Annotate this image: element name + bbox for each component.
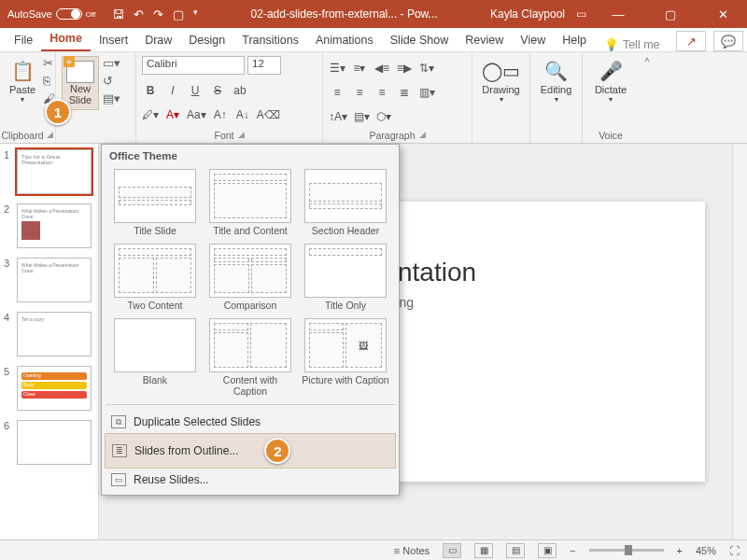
ribbon-options-icon[interactable]: ▭ — [576, 7, 586, 21]
tab-review[interactable]: Review — [457, 30, 512, 51]
tab-design[interactable]: Design — [180, 30, 233, 51]
status-bar: ≡ Notes ▭ ▦ ▤ ▣ − + 45% ⛶ — [0, 539, 747, 560]
layout-comparison[interactable]: Comparison — [204, 242, 296, 313]
thumbnail-6[interactable]: 6 — [4, 420, 94, 465]
redo-icon[interactable]: ↷ — [153, 7, 163, 21]
layout-picture-with-caption[interactable]: 🖼Picture with Caption — [300, 316, 391, 399]
close-button[interactable]: ✕ — [702, 0, 743, 28]
tab-slideshow[interactable]: Slide Show — [382, 30, 458, 51]
tell-me-search[interactable]: 💡 Tell me — [595, 37, 669, 51]
align-left-button[interactable]: ≡ — [329, 84, 345, 101]
share-button[interactable]: ↗ — [676, 31, 706, 51]
indent-decrease-button[interactable]: ◀≡ — [374, 60, 390, 77]
cut-icon[interactable]: ✂ — [43, 56, 55, 70]
layout-icon[interactable]: ▭▾ — [103, 56, 120, 70]
undo-icon[interactable]: ↶ — [134, 7, 144, 21]
layout-blank[interactable]: Blank — [109, 316, 201, 399]
reading-view-button[interactable]: ▤ — [506, 543, 525, 558]
reuse-icon: ▭ — [111, 473, 126, 486]
notes-button[interactable]: ≡ Notes — [394, 545, 430, 556]
save-icon[interactable]: 🖫 — [112, 7, 124, 21]
menu-reuse-slides[interactable]: ▭ Reuse Slides... — [102, 469, 399, 491]
thumbnail-1[interactable]: 1 Tips for a Great Presentation — [4, 149, 94, 194]
reset-icon[interactable]: ↺ — [103, 74, 120, 88]
thumbnail-3[interactable]: 3 What Makes a Presentation Great — [4, 258, 94, 302]
tab-help[interactable]: Help — [554, 30, 595, 51]
dictate-button[interactable]: 🎤 Dictate ▾ — [588, 56, 633, 105]
editing-button[interactable]: 🔍 Editing ▾ — [536, 56, 576, 105]
thumbnail-5[interactable]: 5 Opening Body Close — [4, 366, 94, 411]
font-name-select[interactable]: Calibri — [142, 56, 245, 75]
layout-title-and-content[interactable]: Title and Content — [204, 167, 296, 238]
user-name[interactable]: Kayla Claypool — [490, 7, 565, 21]
italic-button[interactable]: I — [164, 82, 181, 99]
align-text-button[interactable]: ▤▾ — [353, 108, 370, 125]
tab-animations[interactable]: Animations — [307, 30, 382, 51]
tab-transitions[interactable]: Transitions — [233, 30, 307, 51]
tab-home[interactable]: Home — [41, 28, 91, 51]
align-right-button[interactable]: ≡ — [374, 84, 390, 101]
slideshow-view-button[interactable]: ▣ — [538, 543, 557, 558]
text-direction-button[interactable]: ↕A▾ — [329, 108, 347, 125]
change-case-button[interactable]: Aa▾ — [187, 106, 206, 123]
normal-view-button[interactable]: ▭ — [443, 543, 461, 558]
paste-button[interactable]: 📋 Paste ▾ — [6, 56, 39, 105]
align-center-button[interactable]: ≡ — [351, 84, 368, 101]
layout-section-header[interactable]: Section Header — [300, 167, 391, 238]
ribbon: 📋 Paste ▾ ✂ ⎘ 🖌 Clipboard◢ 1 New Slide ▭… — [0, 52, 747, 144]
tab-view[interactable]: View — [512, 30, 554, 51]
zoom-out-button[interactable]: − — [570, 545, 575, 556]
menu-slides-from-outline[interactable]: ≣ Slides from Outline... 2 — [105, 433, 396, 469]
tab-file[interactable]: File — [6, 30, 41, 51]
layout-content-with-caption[interactable]: Content with Caption — [204, 316, 296, 399]
thumbnail-4[interactable]: 4 Tell a story — [4, 312, 94, 357]
find-icon: 🔍 — [543, 58, 570, 84]
indent-increase-button[interactable]: ≡▶ — [396, 60, 413, 77]
tab-insert[interactable]: Insert — [91, 30, 136, 51]
font-size-select[interactable]: 12 — [247, 56, 281, 75]
minimize-button[interactable]: — — [598, 0, 639, 28]
dialog-launcher-icon[interactable]: ◢ — [238, 130, 245, 141]
line-spacing-button[interactable]: ⇅▾ — [418, 60, 435, 77]
highlight-button[interactable]: 🖊▾ — [142, 106, 159, 123]
shrink-font-button[interactable]: A↓ — [234, 106, 251, 123]
columns-button[interactable]: ▥▾ — [418, 84, 435, 101]
layout-two-content[interactable]: Two Content — [109, 242, 201, 313]
zoom-slider[interactable] — [589, 549, 664, 552]
zoom-in-button[interactable]: + — [677, 545, 683, 556]
font-color-button[interactable]: A▾ — [164, 106, 181, 123]
smartart-button[interactable]: ⬡▾ — [375, 108, 392, 125]
autosave-toggle[interactable]: AutoSave Off — [7, 8, 95, 20]
justify-button[interactable]: ≣ — [396, 84, 413, 101]
grow-font-button[interactable]: A↑ — [212, 106, 229, 123]
section-icon[interactable]: ▤▾ — [103, 91, 120, 105]
copy-icon[interactable]: ⎘ — [43, 74, 55, 88]
strike-button[interactable]: S — [209, 82, 226, 99]
editing-label: Editing — [541, 84, 572, 95]
drawing-button[interactable]: ◯▭ Drawing ▾ — [478, 56, 524, 105]
collapse-ribbon-icon[interactable]: ˄ — [639, 52, 655, 143]
numbering-button[interactable]: ≡▾ — [351, 60, 368, 77]
thumbnail-2[interactable]: 2 What Makes a Presentation Great — [4, 203, 94, 248]
bullets-button[interactable]: ☰▾ — [329, 60, 345, 77]
zoom-level[interactable]: 45% — [696, 545, 716, 556]
chevron-down-icon: ▾ — [555, 95, 558, 104]
dialog-launcher-icon[interactable]: ◢ — [419, 130, 426, 141]
layout-title-only[interactable]: Title Only — [300, 242, 391, 313]
maximize-button[interactable]: ▢ — [650, 0, 691, 28]
fit-to-window-button[interactable]: ⛶ — [729, 545, 740, 556]
menu-duplicate-slides[interactable]: ⧉ Duplicate Selected Slides — [102, 411, 399, 433]
vertical-scrollbar[interactable] — [732, 144, 747, 539]
sorter-view-button[interactable]: ▦ — [474, 543, 493, 558]
dialog-launcher-icon[interactable]: ◢ — [47, 130, 53, 141]
bold-button[interactable]: B — [142, 82, 159, 99]
start-show-icon[interactable]: ▢ — [173, 7, 184, 21]
shadow-button[interactable]: ab — [232, 82, 248, 99]
comments-button[interactable]: 💬 — [713, 31, 743, 51]
clear-format-button[interactable]: A⌫ — [257, 106, 280, 123]
tab-draw[interactable]: Draw — [136, 30, 180, 51]
underline-button[interactable]: U — [187, 82, 204, 99]
title-bar: AutoSave Off 🖫 ↶ ↷ ▢ ▾ 02-add-slides-fro… — [0, 0, 747, 28]
layout-title-slide[interactable]: Title Slide — [109, 167, 201, 238]
slide-thumbnails[interactable]: 1 Tips for a Great Presentation 2 What M… — [0, 144, 99, 539]
